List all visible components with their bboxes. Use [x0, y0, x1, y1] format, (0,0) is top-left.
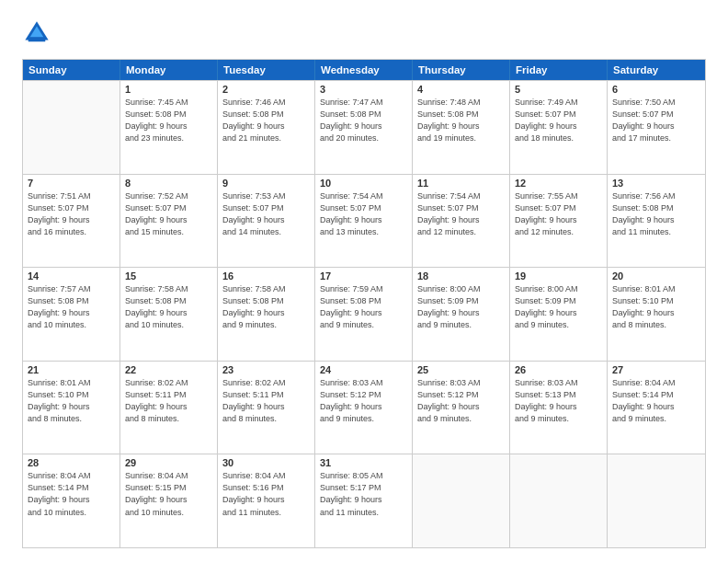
- cell-day-number: 31: [320, 457, 407, 468]
- cal-week-2: 14Sunrise: 7:57 AM Sunset: 5:08 PM Dayli…: [23, 267, 705, 361]
- cell-day-number: 9: [222, 178, 310, 189]
- cell-day-number: 29: [125, 457, 212, 468]
- cell-info-text: Sunrise: 7:49 AM Sunset: 5:07 PM Dayligh…: [515, 97, 602, 144]
- cal-cell-8: 8Sunrise: 7:52 AM Sunset: 5:07 PM Daylig…: [120, 175, 218, 268]
- cell-info-text: Sunrise: 7:54 AM Sunset: 5:07 PM Dayligh…: [320, 190, 407, 238]
- cal-header-tuesday: Tuesday: [218, 60, 315, 80]
- cell-info-text: Sunrise: 7:55 AM Sunset: 5:07 PM Dayligh…: [515, 190, 602, 238]
- cell-day-number: 19: [515, 270, 602, 282]
- cal-cell-12: 12Sunrise: 7:55 AM Sunset: 5:07 PM Dayli…: [510, 175, 608, 268]
- cell-day-number: 8: [125, 178, 212, 189]
- cell-info-text: Sunrise: 8:04 AM Sunset: 5:15 PM Dayligh…: [125, 470, 212, 518]
- cal-cell-10: 10Sunrise: 7:54 AM Sunset: 5:07 PM Dayli…: [315, 175, 413, 268]
- cell-day-number: 20: [612, 270, 700, 282]
- cell-info-text: Sunrise: 8:00 AM Sunset: 5:09 PM Dayligh…: [515, 283, 602, 331]
- cal-cell-26: 26Sunrise: 8:03 AM Sunset: 5:13 PM Dayli…: [510, 362, 608, 454]
- cell-day-number: 28: [28, 457, 115, 468]
- cell-info-text: Sunrise: 8:03 AM Sunset: 5:12 PM Dayligh…: [320, 377, 407, 425]
- cal-cell-21: 21Sunrise: 8:01 AM Sunset: 5:10 PM Dayli…: [23, 362, 120, 454]
- cal-cell-empty: [608, 454, 705, 547]
- cal-header-friday: Friday: [510, 60, 608, 80]
- cal-cell-16: 16Sunrise: 7:58 AM Sunset: 5:08 PM Dayli…: [218, 268, 315, 361]
- cal-cell-3: 3Sunrise: 7:47 AM Sunset: 5:08 PM Daylig…: [315, 81, 413, 174]
- svg-rect-2: [28, 37, 46, 41]
- cell-info-text: Sunrise: 7:50 AM Sunset: 5:07 PM Dayligh…: [612, 97, 700, 144]
- cal-cell-empty: [23, 81, 120, 174]
- cal-cell-28: 28Sunrise: 8:04 AM Sunset: 5:14 PM Dayli…: [23, 454, 120, 547]
- cal-cell-31: 31Sunrise: 8:05 AM Sunset: 5:17 PM Dayli…: [315, 454, 413, 547]
- cal-header-sunday: Sunday: [23, 60, 120, 80]
- cal-cell-23: 23Sunrise: 8:02 AM Sunset: 5:11 PM Dayli…: [218, 362, 315, 454]
- cell-info-text: Sunrise: 8:01 AM Sunset: 5:10 PM Dayligh…: [612, 283, 700, 331]
- cell-info-text: Sunrise: 7:45 AM Sunset: 5:08 PM Dayligh…: [125, 97, 212, 144]
- cell-info-text: Sunrise: 8:01 AM Sunset: 5:10 PM Dayligh…: [28, 377, 115, 425]
- cal-week-3: 21Sunrise: 8:01 AM Sunset: 5:10 PM Dayli…: [23, 361, 705, 454]
- cal-cell-15: 15Sunrise: 7:58 AM Sunset: 5:08 PM Dayli…: [120, 268, 218, 361]
- cell-info-text: Sunrise: 7:52 AM Sunset: 5:07 PM Dayligh…: [125, 190, 212, 238]
- cal-cell-17: 17Sunrise: 7:59 AM Sunset: 5:08 PM Dayli…: [315, 268, 413, 361]
- cal-cell-13: 13Sunrise: 7:56 AM Sunset: 5:08 PM Dayli…: [608, 175, 705, 268]
- cell-info-text: Sunrise: 7:48 AM Sunset: 5:08 PM Dayligh…: [417, 97, 505, 144]
- cell-info-text: Sunrise: 8:05 AM Sunset: 5:17 PM Dayligh…: [320, 470, 407, 518]
- cell-info-text: Sunrise: 8:00 AM Sunset: 5:09 PM Dayligh…: [417, 283, 505, 331]
- cal-cell-empty: [510, 454, 608, 547]
- cell-day-number: 1: [125, 84, 212, 95]
- cell-day-number: 21: [28, 364, 115, 375]
- cell-info-text: Sunrise: 8:04 AM Sunset: 5:14 PM Dayligh…: [28, 470, 115, 518]
- cell-day-number: 18: [417, 270, 505, 282]
- cal-header-wednesday: Wednesday: [315, 60, 413, 80]
- cal-week-1: 7Sunrise: 7:51 AM Sunset: 5:07 PM Daylig…: [23, 174, 705, 268]
- cal-cell-29: 29Sunrise: 8:04 AM Sunset: 5:15 PM Dayli…: [120, 454, 218, 547]
- cal-cell-11: 11Sunrise: 7:54 AM Sunset: 5:07 PM Dayli…: [413, 175, 510, 268]
- cell-info-text: Sunrise: 7:51 AM Sunset: 5:07 PM Dayligh…: [28, 190, 115, 238]
- cal-week-4: 28Sunrise: 8:04 AM Sunset: 5:14 PM Dayli…: [23, 454, 705, 547]
- cell-day-number: 27: [612, 364, 700, 375]
- page: SundayMondayTuesdayWednesdayThursdayFrid…: [0, 0, 728, 563]
- cell-day-number: 14: [28, 270, 115, 282]
- cal-cell-20: 20Sunrise: 8:01 AM Sunset: 5:10 PM Dayli…: [608, 268, 705, 361]
- calendar: SundayMondayTuesdayWednesdayThursdayFrid…: [22, 59, 706, 548]
- cal-cell-19: 19Sunrise: 8:00 AM Sunset: 5:09 PM Dayli…: [510, 268, 608, 361]
- header: [22, 18, 706, 48]
- cell-day-number: 4: [417, 84, 505, 95]
- cell-day-number: 24: [320, 364, 407, 375]
- cell-info-text: Sunrise: 7:59 AM Sunset: 5:08 PM Dayligh…: [320, 283, 407, 331]
- cell-info-text: Sunrise: 7:58 AM Sunset: 5:08 PM Dayligh…: [125, 283, 212, 331]
- cal-week-0: 1Sunrise: 7:45 AM Sunset: 5:08 PM Daylig…: [23, 80, 705, 174]
- cal-cell-1: 1Sunrise: 7:45 AM Sunset: 5:08 PM Daylig…: [120, 81, 218, 174]
- cell-info-text: Sunrise: 8:03 AM Sunset: 5:13 PM Dayligh…: [515, 377, 602, 425]
- cell-info-text: Sunrise: 8:04 AM Sunset: 5:16 PM Dayligh…: [222, 470, 310, 518]
- cell-day-number: 13: [612, 178, 700, 189]
- cal-cell-2: 2Sunrise: 7:46 AM Sunset: 5:08 PM Daylig…: [218, 81, 315, 174]
- cell-day-number: 7: [28, 178, 115, 189]
- cell-day-number: 25: [417, 364, 505, 375]
- cell-day-number: 26: [515, 364, 602, 375]
- cell-day-number: 10: [320, 178, 407, 189]
- logo-icon: [22, 18, 51, 48]
- cell-day-number: 3: [320, 84, 407, 95]
- cal-header-thursday: Thursday: [413, 60, 510, 80]
- cell-day-number: 2: [222, 84, 310, 95]
- cell-info-text: Sunrise: 7:53 AM Sunset: 5:07 PM Dayligh…: [222, 190, 310, 238]
- cell-day-number: 6: [612, 84, 700, 95]
- cal-cell-30: 30Sunrise: 8:04 AM Sunset: 5:16 PM Dayli…: [218, 454, 315, 547]
- cell-info-text: Sunrise: 8:03 AM Sunset: 5:12 PM Dayligh…: [417, 377, 505, 425]
- calendar-body: 1Sunrise: 7:45 AM Sunset: 5:08 PM Daylig…: [23, 80, 705, 547]
- cell-day-number: 17: [320, 270, 407, 282]
- cell-info-text: Sunrise: 8:02 AM Sunset: 5:11 PM Dayligh…: [222, 377, 310, 425]
- cal-header-monday: Monday: [120, 60, 218, 80]
- cell-day-number: 12: [515, 178, 602, 189]
- cal-cell-6: 6Sunrise: 7:50 AM Sunset: 5:07 PM Daylig…: [608, 81, 705, 174]
- cal-cell-24: 24Sunrise: 8:03 AM Sunset: 5:12 PM Dayli…: [315, 362, 413, 454]
- cell-info-text: Sunrise: 7:46 AM Sunset: 5:08 PM Dayligh…: [222, 97, 310, 144]
- logo: [22, 18, 55, 48]
- cell-day-number: 15: [125, 270, 212, 282]
- cal-cell-empty: [413, 454, 510, 547]
- cell-day-number: 16: [222, 270, 310, 282]
- cell-day-number: 22: [125, 364, 212, 375]
- cal-cell-5: 5Sunrise: 7:49 AM Sunset: 5:07 PM Daylig…: [510, 81, 608, 174]
- cell-day-number: 30: [222, 457, 310, 468]
- cal-cell-18: 18Sunrise: 8:00 AM Sunset: 5:09 PM Dayli…: [413, 268, 510, 361]
- cell-info-text: Sunrise: 7:47 AM Sunset: 5:08 PM Dayligh…: [320, 97, 407, 144]
- cal-cell-4: 4Sunrise: 7:48 AM Sunset: 5:08 PM Daylig…: [413, 81, 510, 174]
